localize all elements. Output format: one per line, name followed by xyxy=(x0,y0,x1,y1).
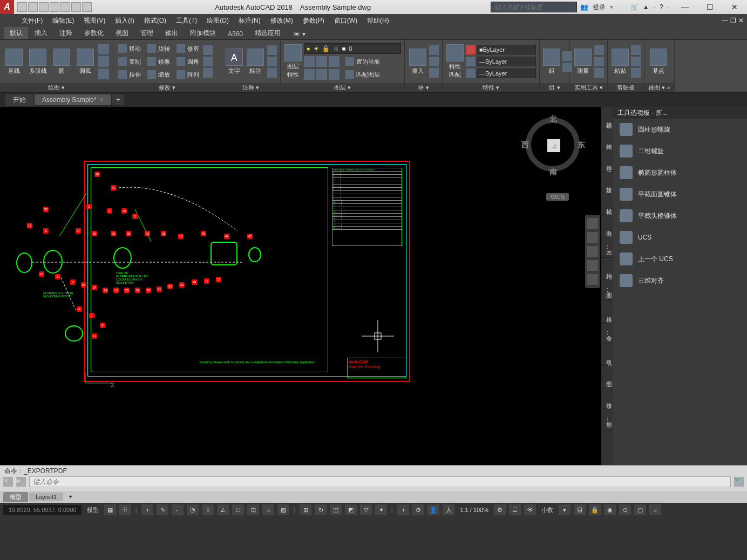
command-customize-icon[interactable]: 🔧 xyxy=(734,477,744,487)
layer-properties-button[interactable]: 图层 特性 xyxy=(284,44,302,79)
status-isolate-icon[interactable]: ⊙ xyxy=(619,504,631,515)
a360-icon[interactable]: ▲ xyxy=(643,3,649,11)
dimension-button[interactable]: 标注 xyxy=(246,49,266,75)
ribbon-tab-insert[interactable]: 插入 xyxy=(29,27,53,39)
palette-tab-elec[interactable]: 电力 xyxy=(601,215,613,236)
tool-ucs-prev[interactable]: 上一个 UCS xyxy=(613,248,747,270)
qat-save-icon[interactable] xyxy=(39,2,49,12)
nav-wheel-icon[interactable] xyxy=(587,218,598,229)
status-gizmo-icon[interactable]: ✦ xyxy=(375,504,387,515)
mirror-button[interactable]: 镜像 xyxy=(146,57,172,66)
status-precision[interactable]: 小数 xyxy=(539,506,555,514)
ellipse-icon[interactable] xyxy=(98,69,109,79)
status-customize-icon[interactable]: ≡ xyxy=(649,504,661,515)
match-properties-button[interactable]: 特性 匹配 xyxy=(446,44,464,79)
status-3dosnap-icon[interactable]: ◫ xyxy=(330,504,342,515)
close-button[interactable]: ✕ xyxy=(722,0,747,14)
qat-plot-icon[interactable] xyxy=(60,2,70,12)
minimize-button[interactable]: — xyxy=(673,0,697,14)
status-snap-icon[interactable]: ⠿ xyxy=(119,504,131,515)
status-annoshow-icon[interactable]: 👤 xyxy=(427,504,439,515)
hatch-icon[interactable] xyxy=(98,56,109,67)
palette-tab-common[interactable]: 常用... xyxy=(601,409,613,431)
panel-view-title[interactable]: 视图 ▾ » xyxy=(644,83,674,92)
qat-open-icon[interactable] xyxy=(28,2,38,12)
scale-button[interactable]: 缩放 xyxy=(146,70,172,79)
layout-add-tab[interactable]: + xyxy=(64,492,77,502)
status-iso-icon[interactable]: ◊ xyxy=(202,504,214,515)
ribbon-tab-a360[interactable]: A360 xyxy=(222,29,248,39)
create-block-icon[interactable] xyxy=(429,45,439,55)
panel-modify-title[interactable]: 修改 ▾ xyxy=(113,83,221,92)
ribbon-tab-featured[interactable]: 精选应用 xyxy=(249,27,286,39)
status-filter-icon[interactable]: ▽ xyxy=(360,504,372,515)
nav-orbit-icon[interactable] xyxy=(587,260,598,271)
color-dropdown[interactable]: ■ ByLayer xyxy=(477,45,536,54)
panel-util-title[interactable]: 实用工具 ▾ xyxy=(570,83,607,92)
qat-undo-icon[interactable] xyxy=(71,2,81,12)
palette-tab-constraint[interactable]: 约束 xyxy=(601,128,613,150)
paste-special-icon[interactable] xyxy=(631,68,641,78)
arc-button[interactable]: 圆弧 xyxy=(74,49,96,75)
offset-icon[interactable] xyxy=(203,68,213,78)
table-icon[interactable] xyxy=(267,57,277,66)
leader-icon[interactable] xyxy=(267,45,277,55)
status-infer-icon[interactable]: + xyxy=(141,504,153,515)
menu-edit[interactable]: 编辑(E) xyxy=(52,16,74,25)
status-otrack-icon[interactable]: □ xyxy=(232,504,244,515)
command-close-icon[interactable]: ✕ xyxy=(3,477,13,487)
file-tab-start[interactable]: 开始 xyxy=(5,94,33,106)
insert-block-button[interactable]: 插入 xyxy=(408,49,427,75)
layer-icon-3[interactable] xyxy=(329,56,339,67)
login-button[interactable]: 登录 xyxy=(593,3,606,12)
doc-restore-icon[interactable]: ❐ xyxy=(730,17,736,24)
palette-tab-table[interactable]: 表格 xyxy=(601,301,613,323)
trim-button[interactable]: 修剪 xyxy=(175,44,201,53)
file-tab-add[interactable]: + xyxy=(112,94,124,105)
ribbon-tab-annotate[interactable]: 注释 xyxy=(54,27,78,39)
menu-insert[interactable]: 插入(I) xyxy=(115,16,134,25)
status-annoauto-icon[interactable]: 人 xyxy=(443,504,454,515)
rect-icon[interactable] xyxy=(98,44,109,54)
viewcube[interactable]: 上 北 南 西 东 xyxy=(526,118,580,172)
tool-3d-align[interactable]: 三维对齐 xyxy=(613,270,747,291)
circle-button[interactable]: 圆 xyxy=(51,49,72,75)
qat-saveas-icon[interactable] xyxy=(50,2,59,12)
rotate-button[interactable]: 旋转 xyxy=(146,44,172,53)
layer-icon-4[interactable] xyxy=(304,69,315,80)
paste-button[interactable]: 粘贴 xyxy=(611,49,629,75)
help-icon[interactable]: ? xyxy=(660,3,663,11)
fillet-button[interactable]: 圆角 xyxy=(175,57,201,66)
status-cycle-icon[interactable]: ↻ xyxy=(315,504,327,515)
ribbon-tab-output[interactable]: 输出 xyxy=(160,27,184,39)
qat-new-icon[interactable] xyxy=(17,2,27,12)
status-switch-icon[interactable]: ⚙ xyxy=(494,504,506,515)
palette-tab-annot[interactable]: 注释 xyxy=(601,150,613,172)
status-lw-icon[interactable]: ≡ xyxy=(262,504,274,515)
panel-clip-title[interactable]: 剪贴板 xyxy=(608,83,644,92)
measure-button[interactable]: 测量 xyxy=(573,49,592,75)
palette-tab-cmd[interactable]: 命令... xyxy=(601,323,613,344)
linetype-dropdown[interactable]: — ByLayer xyxy=(477,69,536,78)
palette-tab-modify[interactable]: 修改 xyxy=(601,387,613,409)
copy-button[interactable]: 复制 xyxy=(117,57,142,66)
util-icon-2[interactable] xyxy=(594,57,604,66)
qat-redo-icon[interactable] xyxy=(82,2,92,12)
status-hardware-icon[interactable]: ◉ xyxy=(604,504,616,515)
status-dyn-ucs-icon[interactable]: ◩ xyxy=(345,504,357,515)
menu-view[interactable]: 视图(V) xyxy=(84,16,105,25)
util-icon-1[interactable] xyxy=(594,45,604,55)
explode-icon[interactable] xyxy=(203,57,213,66)
maximize-button[interactable]: ☐ xyxy=(697,0,722,14)
palette-tab-arch[interactable]: 建筑 xyxy=(601,172,613,193)
menu-modify[interactable]: 修改(M) xyxy=(270,16,293,25)
stretch-button[interactable]: 拉伸 xyxy=(117,70,142,79)
tool-ellipse-cylinder[interactable]: 椭圆形圆柱体 xyxy=(613,162,747,183)
drawing-canvas[interactable]: AutoCADSample Drawing ITEM PART NUMBER D… xyxy=(0,107,601,465)
panel-props-title[interactable]: 特性 ▾ xyxy=(443,83,539,92)
status-model[interactable]: 模型 xyxy=(85,506,101,514)
lineweight-icon[interactable] xyxy=(466,57,476,66)
menu-format[interactable]: 格式(O) xyxy=(144,16,166,25)
layout-model-tab[interactable]: 模型 xyxy=(3,492,28,502)
layer-icon-1[interactable] xyxy=(304,56,315,67)
